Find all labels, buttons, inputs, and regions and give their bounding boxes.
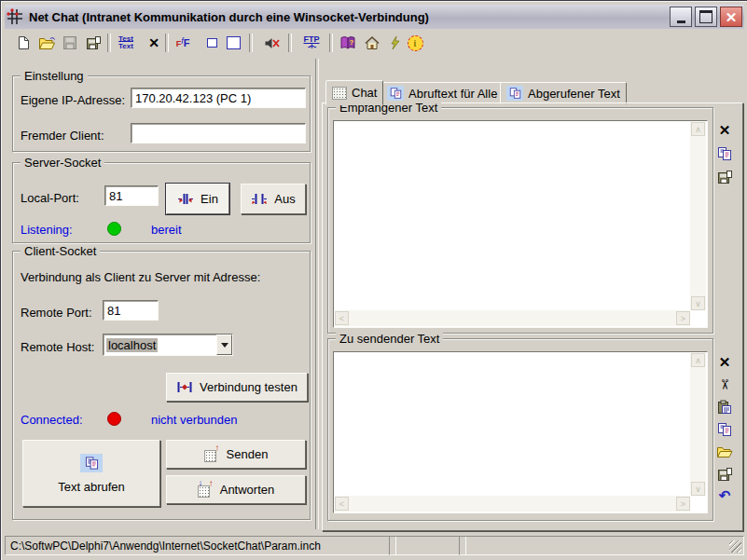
received-horizontal-scrollbar[interactable]: < > bbox=[335, 310, 690, 326]
tab-abgerufener-text[interactable]: Abgerufener Text bbox=[500, 82, 627, 104]
ftp-transfer-icon[interactable]: FTP-+- bbox=[299, 32, 324, 54]
statusbar-path: C:\SoftwPC\Delphi7\Anwendg\Internet\Sock… bbox=[10, 540, 321, 553]
tab-chat[interactable]: Chat bbox=[325, 80, 383, 105]
remote-host-combobox[interactable]: localhost bbox=[103, 334, 233, 356]
received-vertical-scrollbar[interactable]: ∧ ∨ bbox=[690, 122, 706, 310]
local-port-label: Local-Port: bbox=[21, 191, 79, 205]
scroll-up-icon[interactable]: ∧ bbox=[691, 122, 705, 136]
fremder-client-label: Fremder Client: bbox=[21, 129, 104, 143]
received-save-button[interactable] bbox=[715, 168, 734, 186]
outgoing-clear-button[interactable]: ✕ bbox=[715, 353, 734, 372]
toolbar-separator bbox=[288, 34, 292, 52]
minimize-button[interactable] bbox=[670, 7, 692, 27]
scroll-up-icon[interactable]: ∧ bbox=[691, 353, 705, 367]
app-icon[interactable] bbox=[7, 8, 23, 25]
help-book-icon[interactable]: ? bbox=[337, 32, 359, 54]
maximize-button[interactable] bbox=[695, 7, 717, 27]
grid-up-arrow-icon: ↑ bbox=[204, 446, 220, 462]
outgoing-cut-button[interactable]: ✂ bbox=[715, 376, 734, 394]
connected-status-text: nicht verbunden bbox=[151, 413, 238, 427]
close-button[interactable]: ✕ bbox=[720, 7, 742, 27]
scroll-down-icon[interactable]: ∨ bbox=[691, 482, 705, 496]
received-copy-button[interactable] bbox=[715, 144, 734, 163]
fremder-client-input[interactable] bbox=[131, 123, 306, 143]
remote-host-label: Remote Host: bbox=[21, 340, 94, 354]
maximize-icon bbox=[699, 10, 712, 23]
save-icon[interactable] bbox=[59, 32, 81, 54]
save-icon bbox=[717, 467, 733, 482]
outgoing-horizontal-scrollbar[interactable]: < > bbox=[335, 496, 690, 512]
reply-button[interactable]: ↓ ↑ Antworten bbox=[166, 475, 306, 504]
connected-status-dot bbox=[107, 412, 121, 426]
scroll-right-icon[interactable]: > bbox=[676, 497, 690, 511]
tab-chat-label: Chat bbox=[352, 86, 377, 100]
outgoing-save-button[interactable] bbox=[715, 465, 734, 484]
open-file-icon[interactable] bbox=[35, 32, 58, 54]
outgoing-text-legend: Zu sendender Text bbox=[336, 332, 443, 346]
server-off-label: Aus bbox=[274, 192, 295, 206]
grid-icon bbox=[332, 87, 347, 100]
large-window-icon[interactable] bbox=[222, 32, 244, 54]
scroll-left-icon[interactable]: < bbox=[335, 497, 349, 511]
info-icon[interactable]: i bbox=[404, 32, 426, 54]
outgoing-copy-button[interactable] bbox=[715, 420, 734, 439]
local-port-input[interactable] bbox=[104, 185, 159, 206]
outgoing-text-area[interactable] bbox=[336, 354, 689, 495]
tab-abruftext-label: Abruftext für Alle bbox=[408, 87, 497, 101]
paste-icon bbox=[717, 400, 732, 415]
test-text-icon[interactable]: Test Text bbox=[113, 32, 139, 54]
toolbar-separator bbox=[165, 34, 169, 52]
send-label: Senden bbox=[227, 447, 269, 461]
send-button[interactable]: ↑ Senden bbox=[166, 440, 306, 469]
fetch-text-button[interactable]: Text abrufen bbox=[22, 440, 160, 507]
statusbar-panel-3 bbox=[459, 536, 744, 555]
eigene-ip-label: Eigene IP-Adresse: bbox=[21, 93, 125, 107]
copy-icon bbox=[717, 146, 732, 161]
server-on-button[interactable]: Ein bbox=[166, 184, 229, 214]
lightning-icon[interactable] bbox=[383, 32, 406, 54]
resize-grip[interactable] bbox=[729, 540, 741, 553]
server-on-label: Ein bbox=[201, 192, 218, 206]
grid-up-down-arrow-icon: ↓ ↑ bbox=[198, 482, 214, 498]
received-clear-button[interactable]: ✕ bbox=[715, 121, 734, 140]
received-text-area[interactable] bbox=[336, 123, 689, 309]
server-off-button[interactable]: Aus bbox=[241, 184, 306, 214]
small-window-icon[interactable] bbox=[201, 32, 223, 54]
reply-label: Antworten bbox=[220, 483, 275, 497]
new-document-icon[interactable] bbox=[12, 32, 35, 54]
client-socket-hint: Verbindung als Client zu Server mit Adre… bbox=[21, 270, 260, 284]
outgoing-undo-button[interactable]: ↶ bbox=[715, 486, 734, 505]
save-all-icon[interactable] bbox=[82, 32, 104, 54]
socket-disconnect-icon bbox=[251, 193, 268, 205]
eigene-ip-input[interactable] bbox=[131, 88, 306, 108]
einstellung-legend: Einstellung bbox=[21, 69, 88, 83]
outgoing-paste-button[interactable] bbox=[715, 398, 734, 417]
mute-sound-icon[interactable] bbox=[260, 32, 283, 54]
svg-text:?: ? bbox=[350, 38, 354, 47]
tab-abgerufener-label: Abgerufener Text bbox=[528, 87, 620, 101]
home-icon[interactable] bbox=[361, 32, 383, 54]
scroll-right-icon[interactable]: > bbox=[676, 311, 690, 325]
delete-text-icon[interactable]: ✕ bbox=[143, 32, 165, 54]
remote-host-dropdown-icon[interactable] bbox=[216, 335, 232, 355]
socket-connect-icon bbox=[177, 193, 194, 205]
toolbar-separator bbox=[107, 34, 111, 52]
copy-icon bbox=[387, 86, 404, 101]
server-socket-group: Server-Socket Local-Port: Ein Aus Listen… bbox=[12, 162, 311, 243]
font-icon[interactable]: FfF bbox=[171, 32, 195, 54]
listening-status-text: bereit bbox=[151, 223, 182, 237]
outgoing-text-memo: ∧ ∨ < > bbox=[333, 351, 708, 513]
toolbar-separator bbox=[329, 34, 333, 52]
remote-port-input[interactable] bbox=[103, 300, 159, 321]
font-letter: F bbox=[184, 37, 190, 48]
title-bar[interactable]: Net Chat (Intranet Kommunikation durch e… bbox=[5, 5, 744, 29]
scroll-down-icon[interactable]: ∨ bbox=[691, 296, 705, 310]
open-folder-icon bbox=[716, 445, 733, 458]
net-chat-window: Net Chat (Intranet Kommunikation durch e… bbox=[0, 0, 747, 560]
outgoing-vertical-scrollbar[interactable]: ∧ ∨ bbox=[690, 353, 706, 496]
test-connection-button[interactable]: Verbindung testen bbox=[166, 373, 308, 402]
remote-host-value: localhost bbox=[106, 338, 158, 352]
scroll-left-icon[interactable]: < bbox=[335, 311, 349, 325]
panel-splitter bbox=[315, 59, 319, 529]
outgoing-open-file-button[interactable] bbox=[715, 443, 734, 461]
